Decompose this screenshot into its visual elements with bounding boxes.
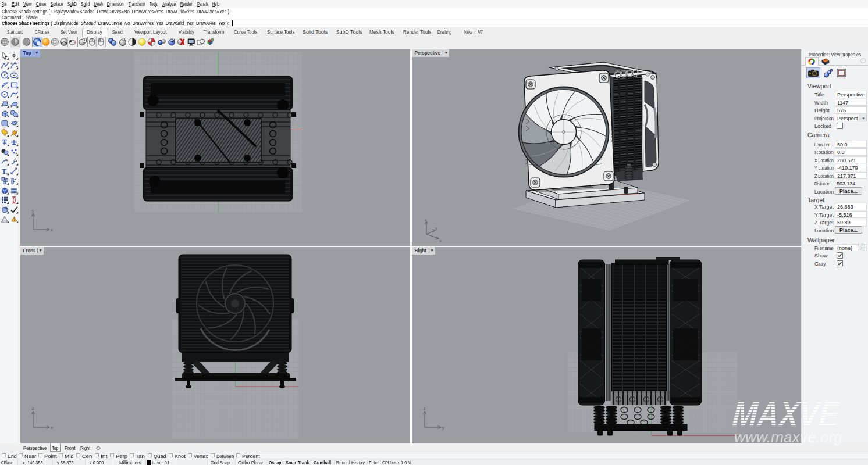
svg-text:z: z — [425, 217, 427, 222]
svg-text:z: z — [423, 406, 425, 411]
svg-text:x: x — [51, 425, 53, 430]
svg-text:T: T — [2, 167, 6, 176]
svg-text:y: y — [435, 226, 437, 231]
svg-text:x: x — [439, 238, 442, 244]
svg-text:y: y — [442, 425, 444, 430]
svg-text:y: y — [31, 208, 34, 213]
svg-text:x: x — [51, 227, 53, 233]
svg-text:z: z — [31, 406, 34, 411]
